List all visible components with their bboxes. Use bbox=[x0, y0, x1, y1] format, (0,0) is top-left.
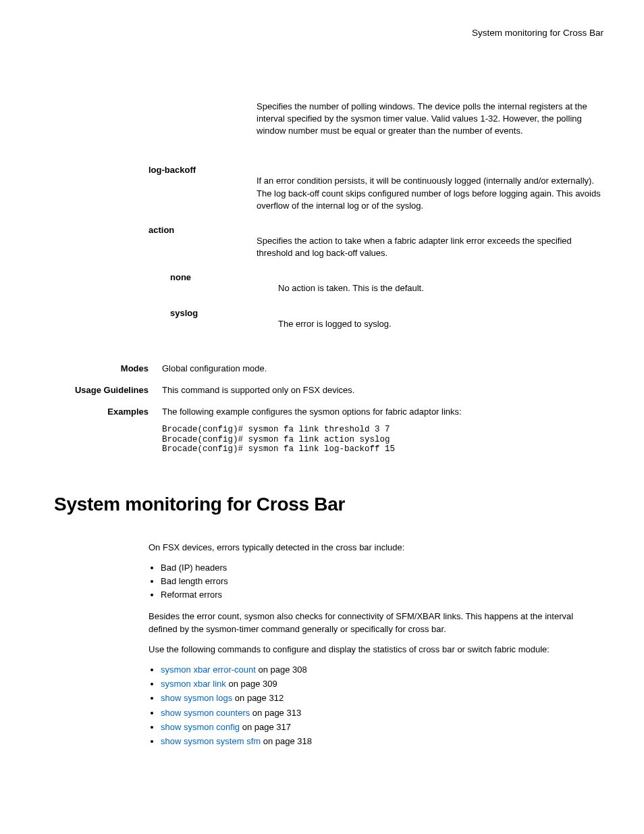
xref-suffix: on page 309 bbox=[226, 679, 277, 689]
xref-link[interactable]: sysmon xbar error-count bbox=[161, 664, 256, 675]
param-label: action bbox=[149, 224, 257, 259]
section-heading: System monitoring for Cross Bar bbox=[54, 491, 603, 517]
section-content: This command is supported only on FSX de… bbox=[162, 384, 603, 396]
section-usage: Usage Guidelines This command is support… bbox=[41, 384, 603, 396]
section-modes: Modes Global configuration mode. bbox=[41, 363, 603, 375]
list-item: Bad length errors bbox=[161, 575, 603, 588]
list-item: show sysmon logs on page 312 bbox=[161, 692, 603, 704]
param-desc: No action is taken. This is the default. bbox=[278, 271, 603, 294]
list-item: Reformat errors bbox=[161, 589, 603, 601]
xref-suffix: on page 317 bbox=[240, 722, 291, 732]
xref-link[interactable]: sysmon xbar link bbox=[161, 679, 226, 689]
param-action: action Specifies the action to take when… bbox=[149, 224, 603, 259]
section-label: Usage Guidelines bbox=[41, 384, 162, 396]
bullet-list-errors: Bad (IP) headers Bad length errors Refor… bbox=[149, 562, 603, 602]
param-desc: If an error condition persists, it will … bbox=[257, 164, 603, 212]
param-desc: Specifies the action to take when a fabr… bbox=[257, 224, 603, 259]
section-content: Global configuration mode. bbox=[162, 363, 603, 375]
xref-suffix: on page 313 bbox=[250, 708, 301, 718]
list-item: Bad (IP) headers bbox=[161, 562, 603, 574]
param-label: none bbox=[149, 271, 278, 294]
section-label: Modes bbox=[41, 363, 162, 375]
running-header: System monitoring for Cross Bar bbox=[41, 27, 603, 40]
param-desc: The error is logged to syslog. bbox=[278, 307, 603, 330]
param-desc-polling: Specifies the number of polling windows.… bbox=[257, 101, 603, 138]
section-examples: Examples The following example configure… bbox=[41, 406, 603, 454]
section-label: Examples bbox=[41, 406, 162, 454]
body-paragraph: Besides the error count, sysmon also che… bbox=[149, 610, 603, 635]
xref-link[interactable]: show sysmon counters bbox=[161, 708, 250, 718]
examples-intro: The following example configures the sys… bbox=[162, 407, 462, 417]
xref-link[interactable]: show sysmon logs bbox=[161, 693, 232, 703]
xref-suffix: on page 318 bbox=[261, 736, 312, 746]
xref-suffix: on page 308 bbox=[256, 664, 307, 675]
xref-suffix: on page 312 bbox=[232, 693, 284, 703]
body-paragraph: On FSX devices, errors typically detecte… bbox=[149, 542, 603, 554]
code-block: Brocade(config)# sysmon fa link threshol… bbox=[162, 425, 603, 454]
section-content: The following example configures the sys… bbox=[162, 406, 603, 454]
list-item: show sysmon system sfm on page 318 bbox=[161, 735, 603, 748]
list-item: sysmon xbar link on page 309 bbox=[161, 678, 603, 690]
param-syslog: syslog The error is logged to syslog. bbox=[149, 307, 603, 330]
body-paragraph: Use the following commands to configure … bbox=[149, 644, 603, 656]
param-label: log-backoff bbox=[149, 164, 257, 212]
list-item: sysmon xbar error-count on page 308 bbox=[161, 664, 603, 676]
xref-link[interactable]: show sysmon config bbox=[161, 722, 240, 732]
param-label: syslog bbox=[149, 307, 278, 330]
param-log-backoff: log-backoff If an error condition persis… bbox=[149, 164, 603, 212]
param-none: none No action is taken. This is the def… bbox=[149, 271, 603, 294]
list-item: show sysmon config on page 317 bbox=[161, 721, 603, 733]
xref-link[interactable]: show sysmon system sfm bbox=[161, 736, 261, 746]
bullet-list-links: sysmon xbar error-count on page 308 sysm… bbox=[149, 664, 603, 748]
list-item: show sysmon counters on page 313 bbox=[161, 707, 603, 719]
